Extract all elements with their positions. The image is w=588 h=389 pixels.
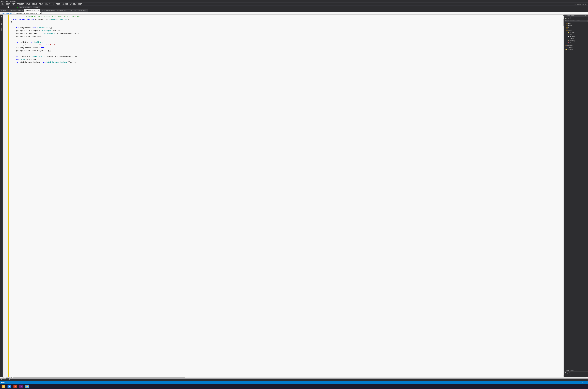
se-settings-icon[interactable]: ⚙ xyxy=(585,15,586,16)
title-bar-text: Microsoft Visual Studio xyxy=(1,0,15,2)
menu-file[interactable]: FILE xyxy=(0,3,5,5)
se-minimize-icon[interactable]: ○ xyxy=(584,15,585,16)
scroll-down-arrow[interactable]: ▼ xyxy=(563,375,564,377)
nav-bar: TRPhoto.MainPage › OnNavigatedTo(Navigat… xyxy=(0,12,588,15)
status-left: Ready xyxy=(1,382,5,383)
menu-test[interactable]: TEST xyxy=(55,3,61,5)
toolbar-undo-btn[interactable]: ↩ xyxy=(10,6,12,8)
tab-close-btn[interactable]: ✕ xyxy=(38,10,39,11)
code-editor[interactable]: /// property is typically used to config… xyxy=(3,15,564,377)
menu-project[interactable]: PROJECT xyxy=(16,3,25,5)
menu-edit[interactable]: EDIT xyxy=(5,3,10,5)
status-col: Col xyxy=(585,382,587,383)
vertical-scrollbar[interactable]: ▲ ▼ xyxy=(563,15,564,377)
scroll-thumb[interactable] xyxy=(563,19,564,26)
tab-package-manifest[interactable]: Package.appxmanifest xyxy=(40,9,56,12)
se-arrow-icon[interactable]: ▾ xyxy=(587,15,587,16)
solution-search-wrapper xyxy=(564,19,588,22)
se-toolbar-btn-1[interactable]: 🏠 xyxy=(565,17,567,19)
taskbar-vs-icon: VS xyxy=(19,385,23,389)
se-tab-solution[interactable]: Solution Explorer xyxy=(564,369,575,371)
toolbar-forward-btn[interactable]: ▶ xyxy=(3,6,5,8)
tree-item-standa[interactable]: D Standa xyxy=(564,33,588,35)
fold-button[interactable]: − xyxy=(10,19,11,20)
tree-item-smalll[interactable]: 🖼 SmallL xyxy=(564,25,588,27)
tree-item-common[interactable]: ▶ 📁 Common xyxy=(564,31,588,33)
menu-tools[interactable]: TOOLS xyxy=(49,3,55,5)
properties-btn-1[interactable]: ⊞ xyxy=(565,374,567,376)
menu-team[interactable]: TEAM xyxy=(38,3,44,5)
zoom-decrease-btn[interactable]: - xyxy=(5,377,5,378)
tree-item-logo[interactable]: 🖼 Logo.p xyxy=(564,23,588,25)
zoom-scroll-left[interactable]: ◀ xyxy=(11,377,12,378)
tab-appxaml[interactable]: App.xaml xyxy=(0,9,8,12)
menu-help[interactable]: HELP xyxy=(77,3,83,5)
taskbar-ppt[interactable]: P xyxy=(13,384,18,389)
zoom-level: 177 % xyxy=(1,377,4,378)
tab-modified-icon3: * xyxy=(86,10,86,11)
scroll-right-btn[interactable]: ▶ xyxy=(586,377,588,378)
tab-thumbnailconverter[interactable]: ThumbnailConverter.cs xyxy=(8,9,24,12)
menu-sql[interactable]: SQL xyxy=(44,3,49,5)
bottom-tab-errorlist[interactable]: Error List xyxy=(0,379,8,381)
taskbar-ie-icon: e xyxy=(7,385,11,389)
sidebar-server-explorer[interactable]: Server Explorer xyxy=(0,15,2,26)
tree-item-storel[interactable]: 🖼 StoreL xyxy=(564,29,588,31)
toolbar-back-btn[interactable]: ◀ xyxy=(0,6,3,8)
tab-appgi-cs[interactable]: App.g.i.cs xyxy=(69,9,77,12)
menu-view[interactable]: VIEW xyxy=(11,3,16,5)
bottom-tab-output[interactable]: Output xyxy=(8,379,14,381)
tab-appxaml-cs[interactable]: App.xaml.cs * xyxy=(77,9,88,12)
sidebar-toolbox[interactable]: Toolbox xyxy=(0,26,2,32)
tree-item-trphoto[interactable]: 📁 TRPhoto xyxy=(564,48,588,50)
solution-tree: 🖼 Logo.p 🖼 SmallL 🖼 Splash 🖼 StoreL ▶ 📁 … xyxy=(564,22,588,368)
toolbar-localmachine-dropdown[interactable]: Local Machine ▾ xyxy=(19,6,33,8)
toolbar-redo-btn[interactable]: ↪ xyxy=(13,6,15,8)
smalll-icon: 🖼 xyxy=(566,25,568,27)
taskbar-explorer[interactable]: 📁 xyxy=(1,384,6,389)
tree-item-appxa-cs[interactable]: D App.xa xyxy=(564,37,588,40)
code-line-empty1 xyxy=(10,24,562,27)
menu-debug[interactable]: DEBUG xyxy=(31,3,38,5)
appxa-cs-icon: D xyxy=(568,38,569,39)
tree-item-mainpage[interactable]: ▶ D MainPage xyxy=(564,40,588,42)
quick-launch: Quick Launch (Ctrl+Q) xyxy=(573,3,588,5)
horizontal-scroll-track[interactable] xyxy=(13,377,586,378)
right-panel: Solution Explorer ○ ⚙ ▾ 🏠 ⚙ 🔍 🖼 Logo.p 🖼… xyxy=(564,15,588,377)
properties-btn-3[interactable]: 🔍 xyxy=(569,374,571,376)
code-content[interactable]: /// property is typically used to config… xyxy=(9,15,563,377)
tree-item-package[interactable]: 📦 Package. xyxy=(564,44,588,46)
tree-item-appxaml[interactable]: ▶ 📄 App.xaml xyxy=(564,35,588,37)
taskbar-folder[interactable]: 📂 xyxy=(25,384,30,389)
nav-breadcrumb[interactable]: TRPhoto.MainPage xyxy=(1,12,12,14)
tree-item-splash[interactable]: 🖼 Splash xyxy=(564,27,588,29)
tree-item-mainp-xaml[interactable]: Ω MainP xyxy=(564,42,588,44)
nav-method-dropdown[interactable]: OnNavigatedTo(NavigationEventArgs e) xyxy=(15,12,41,14)
code-line-brace-open: { xyxy=(10,21,562,24)
menu-build[interactable]: BUILD xyxy=(25,3,31,5)
package-icon: 📦 xyxy=(565,44,567,46)
toolbar-save-btn[interactable]: 💾 xyxy=(7,6,10,8)
tab-mainpage-xaml-cs[interactable]: MainPage.xaml.cs ● ✕ xyxy=(24,9,40,12)
se-toolbar-btn-2[interactable]: ⚙ xyxy=(567,17,569,19)
properties-btn-2[interactable]: ≡ xyxy=(567,374,569,376)
menu-window[interactable]: WINDOW xyxy=(69,3,77,5)
code-line-size: const uint size = 4000; xyxy=(10,58,562,61)
logo-icon: 🖼 xyxy=(566,23,568,24)
toolbar-debug-dropdown[interactable]: Debug ▾ xyxy=(33,6,40,8)
toolbar-run-btn[interactable]: ▶ xyxy=(17,6,19,8)
se-tab-team[interactable]: Te xyxy=(575,369,578,371)
menu-analyze[interactable]: ANALYZE xyxy=(61,3,69,5)
appxaml-icon: 📄 xyxy=(567,36,569,37)
solution-search-input[interactable] xyxy=(565,20,588,22)
tab-mainpage-xaml[interactable]: MainPage.xaml * xyxy=(56,9,69,12)
scroll-up-arrow[interactable]: ▲ xyxy=(563,15,564,16)
taskbar-vs[interactable]: VS xyxy=(19,384,24,389)
tree-item-thumbna[interactable]: C Thumbna xyxy=(564,46,588,48)
properties-title: Properties xyxy=(565,372,588,374)
se-toolbar-btn-3[interactable]: 🔍 xyxy=(570,17,572,19)
horizontal-scroll-thumb[interactable] xyxy=(13,377,185,378)
taskbar-ie[interactable]: e xyxy=(7,384,12,389)
mainpage-arrow-icon: ▶ xyxy=(565,40,567,42)
toolbar-sep-1 xyxy=(6,6,6,8)
